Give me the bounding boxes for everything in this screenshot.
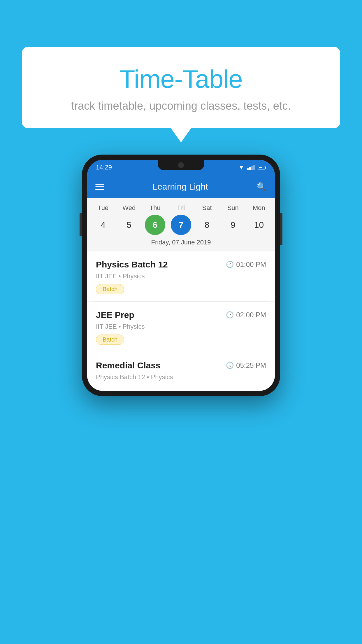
battery-icon xyxy=(258,166,266,169)
clock-icon-1: 🕐 xyxy=(226,261,234,268)
schedule-item-3-header: Remedial Class 🕔 05:25 PM xyxy=(96,360,266,370)
schedule-item-1-time: 🕐 01:00 PM xyxy=(226,260,266,269)
day-10[interactable]: 10 xyxy=(249,215,269,235)
schedule-item-3-subtitle: Physics Batch 12 • Physics xyxy=(96,373,266,381)
signal-icon xyxy=(247,165,255,170)
day-7-selected[interactable]: 7 xyxy=(171,215,191,235)
day-name-mon: Mon xyxy=(249,204,269,212)
bubble-subtitle: track timetable, upcoming classes, tests… xyxy=(36,100,326,112)
schedule-item-2-time: 🕑 02:00 PM xyxy=(226,311,266,319)
day-names-row: Tue Wed Thu Fri Sat Sun Mon xyxy=(90,204,272,212)
day-name-wed: Wed xyxy=(119,204,139,212)
schedule-item-2[interactable]: JEE Prep 🕑 02:00 PM IIT JEE • Physics Ba… xyxy=(87,302,275,352)
app-title: Learning Light xyxy=(104,182,256,192)
day-4[interactable]: 4 xyxy=(93,215,113,235)
day-8[interactable]: 8 xyxy=(197,215,217,235)
speech-bubble: Time-Table track timetable, upcoming cla… xyxy=(22,47,340,128)
day-9[interactable]: 9 xyxy=(223,215,243,235)
status-icons: ▼ xyxy=(238,164,266,171)
schedule-item-3-time: 🕔 05:25 PM xyxy=(226,361,266,370)
schedule-item-1[interactable]: Physics Batch 12 🕐 01:00 PM IIT JEE • Ph… xyxy=(87,251,275,302)
day-name-thu: Thu xyxy=(145,204,165,212)
day-6-today[interactable]: 6 xyxy=(145,215,165,235)
phone-container: 14:29 ▼ xyxy=(82,155,280,396)
schedule-item-3-title: Remedial Class xyxy=(96,360,161,370)
schedule-item-2-badge: Batch xyxy=(96,335,124,345)
clock-icon-3: 🕔 xyxy=(226,362,234,369)
app-bar: Learning Light 🔍 xyxy=(87,175,275,198)
calendar-strip: Tue Wed Thu Fri Sat Sun Mon 4 5 6 7 8 9 … xyxy=(87,198,275,251)
phone-screen: 14:29 ▼ xyxy=(87,160,275,391)
day-name-sat: Sat xyxy=(197,204,217,212)
schedule-item-1-subtitle: IIT JEE • Physics xyxy=(96,272,266,280)
speech-bubble-container: Time-Table track timetable, upcoming cla… xyxy=(22,47,340,128)
phone-frame: 14:29 ▼ xyxy=(82,155,280,396)
schedule-item-2-header: JEE Prep 🕑 02:00 PM xyxy=(96,310,266,320)
day-5[interactable]: 5 xyxy=(119,215,139,235)
schedule-item-3[interactable]: Remedial Class 🕔 05:25 PM Physics Batch … xyxy=(87,352,275,391)
day-name-tue: Tue xyxy=(93,204,113,212)
schedule-list: Physics Batch 12 🕐 01:00 PM IIT JEE • Ph… xyxy=(87,251,275,391)
schedule-item-2-subtitle: IIT JEE • Physics xyxy=(96,323,266,330)
day-name-fri: Fri xyxy=(171,204,191,212)
schedule-item-1-title: Physics Batch 12 xyxy=(96,260,168,270)
front-camera xyxy=(178,162,184,168)
schedule-item-1-header: Physics Batch 12 🕐 01:00 PM xyxy=(96,260,266,270)
wifi-icon: ▼ xyxy=(238,164,244,171)
schedule-item-2-title: JEE Prep xyxy=(96,310,134,320)
hamburger-menu-button[interactable] xyxy=(95,184,104,190)
bubble-title: Time-Table xyxy=(36,64,326,94)
selected-date-label: Friday, 07 June 2019 xyxy=(90,235,272,249)
clock-icon-2: 🕑 xyxy=(226,311,234,319)
search-icon[interactable]: 🔍 xyxy=(256,182,267,192)
day-name-sun: Sun xyxy=(223,204,243,212)
phone-notch xyxy=(158,160,204,170)
day-numbers-row: 4 5 6 7 8 9 10 xyxy=(90,215,272,235)
schedule-item-1-badge: Batch xyxy=(96,284,124,294)
status-time: 14:29 xyxy=(96,164,112,171)
